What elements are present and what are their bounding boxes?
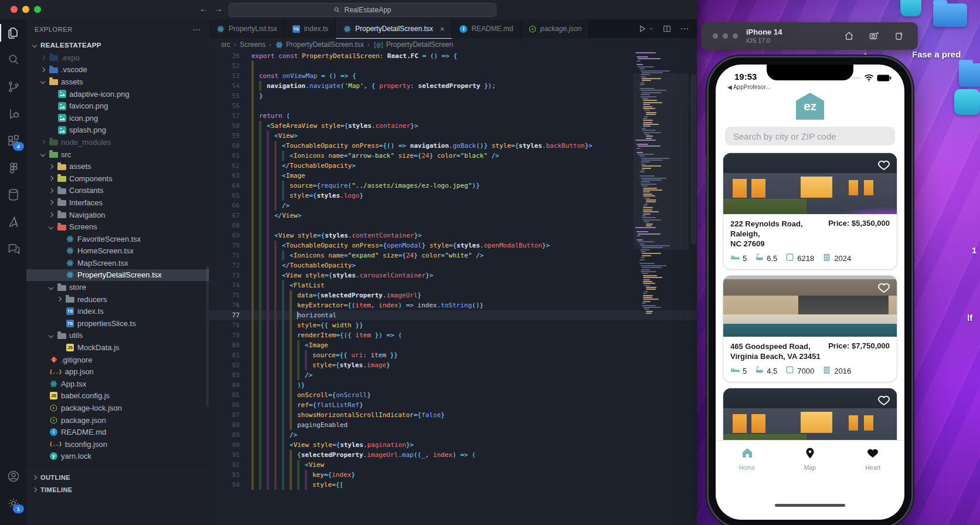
close-window-button[interactable] <box>11 6 18 13</box>
activity-chat-icon[interactable] <box>0 235 26 262</box>
minimize-window-button[interactable] <box>22 6 29 13</box>
activity-account-icon[interactable] <box>0 463 26 490</box>
tree-folder-Screens[interactable]: Screens <box>26 221 209 233</box>
tree-folder-Navigation[interactable]: Navigation <box>26 209 209 221</box>
code-line-71[interactable]: 71<Ionicons name="expand" size={24} colo… <box>209 250 697 260</box>
code-line-62[interactable]: 62</TouchableOpacity> <box>209 161 697 171</box>
code-line-84[interactable]: 84)} <box>209 380 697 390</box>
zoom-window-button[interactable] <box>34 6 41 13</box>
app-tab-map[interactable]: Map <box>790 446 831 520</box>
tree-file-splash.png[interactable]: splash.png <box>26 124 209 137</box>
simulator-minimize-button[interactable] <box>723 33 728 39</box>
code-line-88[interactable]: 88pagingEnabled <box>209 420 697 430</box>
code-line-70[interactable]: 70<TouchableOpacity onPress={openModal} … <box>209 241 697 250</box>
breadcrumb-item-PropertyDetailScreen.tsx[interactable]: PropertyDetailScreen.tsx <box>275 40 364 49</box>
code-line-63[interactable]: 63<Image <box>209 171 697 181</box>
desktop-app-icon[interactable] <box>900 0 921 16</box>
tree-file-FavoriteScreen.tsx[interactable]: FavoriteScreen.tsx <box>26 233 209 245</box>
chevron-down-icon[interactable] <box>39 78 46 85</box>
tree-file-propertiesSlice.ts[interactable]: TSpropertiesSlice.ts <box>26 317 209 330</box>
tree-file-MapScreen.tsx[interactable]: MapScreen.tsx <box>26 257 209 269</box>
code-line-93[interactable]: 93key={index} <box>209 470 697 480</box>
activity-source-control-icon[interactable] <box>0 73 26 100</box>
chevron-right-icon[interactable] <box>39 66 46 73</box>
code-line-61[interactable]: 61<Ionicons name="arrow-back" size={24} … <box>209 151 697 161</box>
breadcrumb-item-PropertyDetailScreen[interactable]: [@]PropertyDetailScreen <box>373 40 453 49</box>
code-line-73[interactable]: 73<View style={styles.carouselContainer}… <box>209 270 697 280</box>
code-line-57[interactable]: 57return ( <box>209 111 697 121</box>
code-line-82[interactable]: 82style={styles.image} <box>209 360 697 370</box>
property-photo[interactable] <box>723 153 897 214</box>
tree-file-tsconfig.json[interactable]: {..}tsconfig.json <box>26 438 209 451</box>
activity-figma-icon[interactable] <box>0 154 26 181</box>
simulator-zoom-button[interactable] <box>733 33 738 39</box>
minimap[interactable] <box>633 52 689 521</box>
tree-file-PropertyDetailScreen.tsx[interactable]: PropertyDetailScreen.tsx <box>26 269 209 282</box>
tree-folder-utils[interactable]: utils <box>26 330 209 342</box>
code-line-59[interactable]: 59<View> <box>209 131 697 141</box>
code-line-94[interactable]: 94style={[ <box>209 480 697 490</box>
code-line-66[interactable]: 66/> <box>209 201 697 211</box>
tree-folder-assets[interactable]: assets <box>26 160 209 172</box>
tree-file-MockData.js[interactable]: JSMockData.js <box>26 341 209 354</box>
chevron-right-icon[interactable] <box>56 296 63 303</box>
desktop-folder-icon[interactable] <box>959 63 980 87</box>
code-line-67[interactable]: 67</View> <box>209 211 697 221</box>
explorer-more-actions-icon[interactable]: ⋯ <box>192 25 201 34</box>
code-line-86[interactable]: 86ref={flatListRef} <box>209 400 697 410</box>
tree-folder-store[interactable]: store <box>26 281 209 293</box>
chevron-right-icon[interactable] <box>47 211 55 218</box>
code-line-85[interactable]: 85onScroll={onScroll} <box>209 390 697 400</box>
editor-tab-package.json[interactable]: package.json <box>521 19 590 38</box>
desktop-app-icon[interactable] <box>954 89 980 115</box>
activity-azure-icon[interactable] <box>0 208 26 235</box>
code-line-78[interactable]: 78style={{ width }} <box>209 320 697 330</box>
sidebar-panel-timeline[interactable]: TIMELINE <box>26 483 209 496</box>
tree-file-adaptive-icon.png[interactable]: adaptive-icon.png <box>26 88 209 100</box>
code-line-80[interactable]: 80<Image <box>209 340 697 350</box>
code-line-72[interactable]: 72</TouchableOpacity> <box>209 260 697 270</box>
tree-file-icon.png[interactable]: icon.png <box>26 112 209 124</box>
activity-settings-icon[interactable]: 1 <box>0 490 26 517</box>
activity-search-icon[interactable] <box>0 46 26 73</box>
chevron-right-icon[interactable] <box>39 138 46 145</box>
split-editor-icon[interactable] <box>662 24 672 33</box>
property-card-2[interactable]: 465 Goodspeed Road,Virginia Beach, VA 23… <box>723 275 897 382</box>
command-center-search[interactable]: RealEstateApp <box>229 3 496 17</box>
chevron-down-icon[interactable] <box>47 223 55 231</box>
tree-file-App.tsx[interactable]: App.tsx <box>26 378 209 390</box>
code-line-76[interactable]: 76keyExtractor={(item, index) => index.t… <box>209 300 697 310</box>
activity-run-and-debug-icon[interactable] <box>0 100 26 127</box>
workspace-root-folder[interactable]: REALESTATEAPP <box>26 39 209 52</box>
volume-up-button[interactable] <box>706 157 707 172</box>
editor-scrollbar[interactable] <box>690 74 696 245</box>
chevron-down-icon[interactable] <box>39 151 46 158</box>
tree-file-README.md[interactable]: iREADME.md <box>26 426 209 438</box>
desktop-folder-icon[interactable] <box>933 4 967 27</box>
tree-file-index.ts[interactable]: TSindex.ts <box>26 305 209 317</box>
volume-down-button[interactable] <box>706 177 707 192</box>
code-line-83[interactable]: 83/> <box>209 370 697 380</box>
tree-file-package.json[interactable]: package.json <box>26 414 209 426</box>
chevron-right-icon[interactable] <box>47 187 55 194</box>
tree-folder-Components[interactable]: Components <box>26 172 209 185</box>
tree-folder-assets[interactable]: assets <box>26 76 209 88</box>
chevron-right-icon[interactable] <box>47 175 55 182</box>
chevron-right-icon[interactable] <box>47 199 55 206</box>
editor-tab-README.md[interactable]: iREADME.md <box>452 19 520 38</box>
code-line-52[interactable]: 52 <box>209 61 697 71</box>
breadcrumb-item-src[interactable]: src <box>221 40 230 49</box>
code-line-81[interactable]: 81source={{ uri: item }} <box>209 350 697 360</box>
simulator-screenshot-button[interactable] <box>869 31 880 42</box>
favorite-heart-icon[interactable] <box>877 393 891 407</box>
chevron-down-icon[interactable] <box>47 332 55 339</box>
sidebar-panel-outline[interactable]: OUTLINE <box>26 471 209 483</box>
chevron-right-icon[interactable] <box>47 163 55 170</box>
code-line-53[interactable]: 53const onViewMap = () => { <box>209 71 697 81</box>
chevron-right-icon[interactable] <box>39 54 46 61</box>
code-line-65[interactable]: 65style={styles.logo} <box>209 191 697 201</box>
code-line-89[interactable]: 89/> <box>209 430 697 440</box>
editor-more-actions-icon[interactable]: ⋯ <box>680 23 689 34</box>
code-line-58[interactable]: 58<SafeAreaView style={styles.container}… <box>209 121 697 131</box>
home-indicator[interactable] <box>775 504 845 507</box>
